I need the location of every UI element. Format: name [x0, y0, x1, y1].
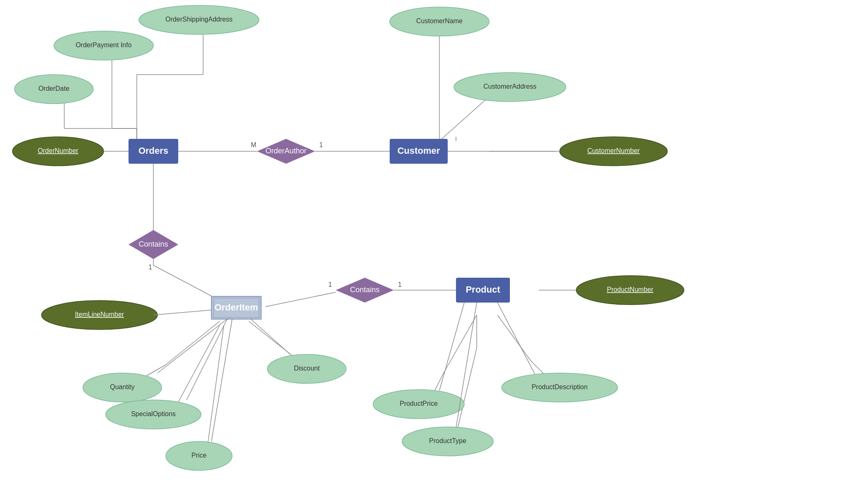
- card-1-contains-label: 1: [148, 264, 152, 271]
- er-diagram: M 1 1 M 1 1 Orders Customer Product Orde…: [0, 0, 844, 504]
- svg-line-38: [211, 319, 232, 441]
- orderauthor-label: OrderAuthor: [265, 147, 306, 155]
- svg-line-28: [497, 315, 531, 361]
- svg-line-22: [249, 321, 298, 361]
- itemlinenumber-label: ItemLineNumber: [75, 311, 124, 318]
- price-label: Price: [192, 452, 207, 459]
- discount-label: Discount: [294, 365, 320, 372]
- svg-line-23: [265, 292, 336, 307]
- specialoptions-label: SpecialOptions: [131, 410, 176, 417]
- svg-line-18: [166, 321, 220, 365]
- customer-label: Customer: [398, 145, 440, 156]
- ordershipping-label: OrderShippingAddress: [165, 16, 233, 23]
- card-m-label: M: [251, 141, 256, 148]
- svg-line-31: [456, 348, 477, 435]
- productdescription-label: ProductDescription: [531, 383, 587, 390]
- svg-line-32: [153, 310, 211, 315]
- svg-line-34: [497, 303, 535, 374]
- svg-line-20: [178, 325, 220, 402]
- svg-line-36: [158, 318, 228, 373]
- customeraddress-label: CustomerAddress: [483, 83, 536, 90]
- contains1-label: Contains: [138, 240, 168, 248]
- productnumber-label: ProductNumber: [607, 286, 654, 293]
- quantity-label: Quantity: [110, 383, 135, 390]
- card-1-contains2-left: 1: [328, 281, 332, 288]
- orderpayment-label: OrderPayment Info: [75, 41, 131, 48]
- product-label: Product: [466, 284, 500, 295]
- customernumber-label: CustomerNumber: [587, 147, 640, 154]
- svg-line-26: [444, 315, 477, 373]
- ordernumber-label: OrderNumber: [38, 147, 78, 154]
- orderitem-label: OrderItem: [214, 302, 258, 313]
- svg-line-39: [251, 319, 290, 354]
- productprice-label: ProductPrice: [400, 400, 438, 407]
- orderdate-label: OrderDate: [39, 85, 70, 92]
- customername-label: CustomerName: [416, 17, 463, 24]
- card-1-contains2-right: 1: [398, 281, 402, 288]
- contains2-label: Contains: [350, 286, 379, 294]
- orders-label: Orders: [138, 145, 168, 156]
- card-1-label: 1: [319, 141, 323, 148]
- svg-line-33: [439, 303, 464, 390]
- producttype-label: ProductType: [429, 437, 466, 444]
